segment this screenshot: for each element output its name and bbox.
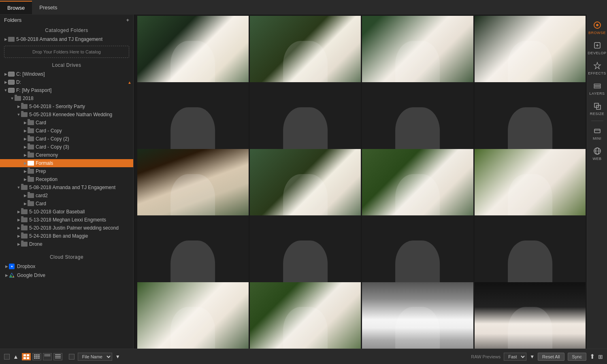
add-folder-button[interactable]: + [126, 17, 129, 23]
svg-rect-37 [45, 355, 45, 356]
sort-dropdown[interactable]: File Name [78, 353, 112, 361]
folder-card-amanda[interactable]: ▶ Card [0, 200, 133, 208]
right-btn-web[interactable]: WEB [587, 144, 607, 163]
gdrive-icon [9, 272, 15, 278]
folder-card-copy[interactable]: ▶ Card - Copy [0, 127, 133, 135]
grid-view-small-button[interactable] [43, 353, 52, 360]
chevron-icon: ▼ [16, 113, 21, 117]
hdd-icon [8, 80, 15, 85]
chevron-icon: ▶ [3, 80, 8, 84]
tab-browse[interactable]: Browse [0, 1, 32, 14]
svg-rect-41 [49, 355, 50, 356]
folder-card[interactable]: ▶ Card [0, 119, 133, 127]
upload-button[interactable]: ⬆ [590, 353, 595, 360]
folder-formals-label: Formals [36, 160, 53, 166]
main-area: Folders + Cataloged Folders ▶ 5-08-2018 … [0, 15, 607, 349]
cataloged-folder-label: 5-08-2018 Amanda and TJ Engagement [16, 36, 102, 42]
right-btn-mini[interactable]: MINI [587, 123, 607, 143]
list-view-button[interactable] [53, 353, 62, 360]
develop-icon [592, 40, 602, 50]
svg-rect-26 [34, 356, 36, 357]
raw-speed-dropdown[interactable]: Fast [504, 353, 526, 361]
folder-sorority-label: 5-04-2018 - Serority Party [29, 104, 85, 109]
folder-icon [21, 104, 28, 109]
effects-label: EFFECTS [588, 71, 606, 75]
folder-icon [28, 161, 34, 166]
folder-meghan[interactable]: ▶ 5-13-2018 Meghan Lexxi Engments [0, 216, 133, 224]
tab-presets[interactable]: Presets [32, 1, 64, 14]
folder-card-copy-3-label: Card - Copy (3) [36, 144, 69, 150]
photo-cell[interactable] [362, 282, 473, 349]
web-icon [592, 146, 602, 156]
folder-reception-label: Reception [36, 177, 58, 182]
chevron-icon: ▶ [16, 210, 21, 214]
folder-drone[interactable]: ▶ Drone [0, 240, 133, 248]
folder-amanda-tj[interactable]: ▼ 5-08-2018 Amanda and TJ Engagement [0, 183, 133, 192]
chevron-icon: ▶ [16, 234, 21, 238]
photo-cell[interactable] [250, 282, 361, 349]
right-btn-layers[interactable]: LAYERS [587, 79, 607, 98]
browse-icon [592, 20, 602, 30]
folder-card2[interactable]: ▶ card2 [0, 192, 133, 200]
folder-card-copy-2[interactable]: ▶ Card - Copy (2) [0, 135, 133, 143]
folder-prep-label: Prep [36, 168, 46, 174]
svg-rect-39 [47, 355, 48, 356]
right-btn-develop[interactable]: DEVELOP [587, 38, 607, 57]
folder-ben[interactable]: ▶ 5-24-2018 Ben and Maggie [0, 232, 133, 240]
folder-prep[interactable]: ▶ Prep [0, 167, 133, 175]
right-panel: BROWSE DEVELOP EFFECTS [587, 15, 607, 349]
folder-reception[interactable]: ▶ Reception [0, 175, 133, 183]
folder-icon [15, 96, 21, 101]
chevron-icon: ▼ [3, 88, 8, 92]
grid-toggle-button[interactable]: ⊞ [598, 353, 603, 360]
folder-gator[interactable]: ▶ 5-10-2018 Gator Baseball [0, 208, 133, 216]
folder-ceremony[interactable]: ▶ Ceremony [0, 151, 133, 159]
drop-zone[interactable]: Drop Your Folders Here to Catalog [4, 46, 129, 58]
folder-meghan-label: 5-13-2018 Meghan Lexxi Engments [29, 217, 106, 223]
grid-view-large-button[interactable] [22, 353, 31, 360]
cloud-dropbox[interactable]: ▶ ✦ Dropbox [0, 262, 133, 271]
svg-rect-14 [594, 129, 600, 133]
right-btn-browse[interactable]: BROWSE [587, 18, 607, 37]
folder-icon [28, 169, 34, 174]
sync-button[interactable]: Sync [568, 353, 586, 361]
folder-card-copy-3[interactable]: ▶ Card - Copy (3) [0, 143, 133, 151]
folder-kennedee[interactable]: ▼ 5-05-2018 Kennedee Nathan Wedding [0, 111, 133, 119]
svg-rect-44 [55, 358, 61, 358]
svg-rect-30 [36, 358, 38, 359]
folder-formals[interactable]: ▶ Formals [0, 159, 133, 167]
sort-up-button[interactable]: ▲ [13, 353, 19, 360]
cataloged-folder-item[interactable]: ▶ 5-08-2018 Amanda and TJ Engagement [0, 35, 133, 43]
grid-view-medium-button[interactable] [32, 353, 41, 360]
folders-label: Folders [4, 17, 21, 23]
folder-justin[interactable]: ▶ 5-20-2018 Justin Palmer wedding second [0, 224, 133, 232]
folder-sorority[interactable]: ▶ 5-04-2018 - Serority Party [0, 102, 133, 111]
folder-card-copy-label: Card - Copy [36, 128, 62, 134]
right-btn-resize[interactable]: RESIZE [587, 99, 607, 118]
reset-all-button[interactable]: Reset All [538, 353, 564, 361]
bottom-bar: ▲ File Name ▼ RAW Previews Fast ▼ Reset … [0, 349, 607, 364]
chevron-icon: ▶ [23, 121, 28, 125]
sort-direction-button[interactable]: ▼ [115, 354, 120, 360]
drive-d[interactable]: ▶ D: ▲ [0, 78, 133, 86]
raw-speed-direction-button[interactable]: ▼ [530, 354, 535, 360]
drive-c[interactable]: ▶ C: [Windows] [0, 70, 133, 78]
folder-card2-label: card2 [36, 193, 48, 198]
photo-grid [136, 15, 587, 349]
folder-2018-label: 2018 [23, 96, 34, 101]
folder-icon [8, 37, 15, 42]
right-btn-effects[interactable]: EFFECTS [587, 58, 607, 78]
photo-cell[interactable] [475, 282, 586, 349]
folder-2018[interactable]: ▼ 2018 [0, 94, 133, 102]
chevron-icon: ▶ [3, 72, 8, 76]
svg-rect-33 [46, 354, 47, 355]
drive-c-label: C: [Windows] [16, 71, 45, 77]
cloud-gdrive[interactable]: ▶ Google Drive [0, 271, 133, 280]
eject-icon[interactable]: ▲ [128, 80, 132, 85]
photo-cell[interactable] [137, 282, 249, 349]
select-all-checkbox[interactable] [4, 354, 10, 360]
svg-rect-42 [55, 354, 61, 355]
sort-checkbox[interactable] [69, 354, 75, 360]
svg-rect-10 [594, 85, 601, 87]
drive-f[interactable]: ▼ F: [My Passport] [0, 86, 133, 94]
